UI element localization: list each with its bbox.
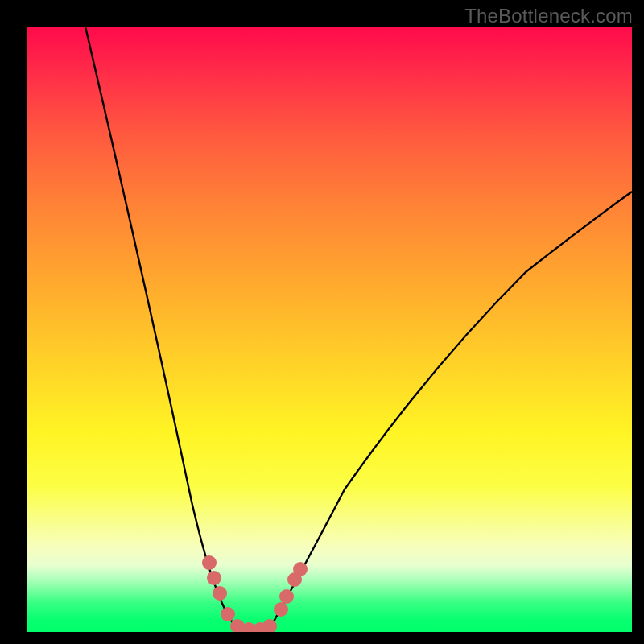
salmon-dots-group [202, 555, 308, 632]
plot-area [27, 27, 632, 632]
marker-dot [213, 586, 227, 601]
outer-frame: TheBottleneck.com [0, 0, 644, 644]
marker-dot [221, 607, 235, 621]
marker-dot [207, 571, 221, 585]
marker-dot [202, 555, 217, 570]
marker-dot [274, 602, 288, 617]
curve-layer [27, 27, 632, 632]
watermark-text: TheBottleneck.com [464, 5, 633, 27]
curve-left-branch [85, 27, 237, 629]
marker-dot [293, 562, 308, 576]
marker-dot [279, 589, 294, 604]
curve-right-branch [270, 192, 632, 629]
